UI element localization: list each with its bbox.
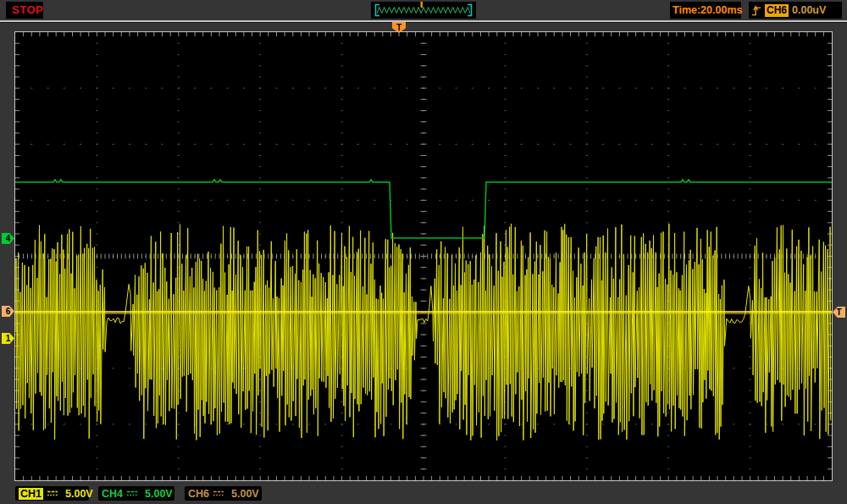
channel-status-bar: CH1 5.00V CH4 5.00V CH6 5.00V	[0, 482, 847, 504]
run-state-label: STOP	[6, 2, 43, 19]
ch6-position-marker[interactable]: 6	[2, 306, 14, 317]
ch6-scale-value: 5.00V	[231, 488, 259, 500]
dc-coupling-icon	[213, 490, 224, 497]
channel-button-ch4[interactable]: CH4 5.00V	[98, 486, 174, 501]
preview-waveform-icon	[371, 2, 476, 19]
topbar-separator	[0, 20, 847, 23]
timebase-label: Time:20.00ms	[670, 2, 741, 19]
trigger-readout[interactable]: CH6 0.00uV	[749, 2, 842, 19]
trigger-level-marker[interactable]: T	[833, 307, 845, 318]
scope-graticule-and-traces	[15, 32, 832, 480]
ch1-label: CH1	[19, 488, 43, 500]
ch4-label: CH4	[102, 488, 123, 500]
dc-coupling-icon	[126, 490, 138, 497]
trigger-level-value: 0.00uV	[792, 4, 826, 16]
timebase-readout[interactable]: Time:20.00ms	[670, 2, 741, 19]
rising-edge-trigger-icon	[751, 3, 761, 18]
waveform-preview[interactable]	[371, 2, 476, 19]
ch4-scale-value: 5.00V	[145, 488, 173, 500]
oscilloscope-screen: STOP Time:20.00ms CH6 0.00uV 4 6 1 T T C…	[0, 0, 847, 504]
dc-coupling-icon	[47, 490, 58, 497]
channel-button-ch1[interactable]: CH1 5.00V	[15, 486, 89, 501]
top-status-bar: STOP Time:20.00ms CH6 0.00uV	[0, 0, 847, 20]
ch1-position-marker[interactable]: 1	[2, 333, 14, 344]
ch1-scale-value: 5.00V	[65, 488, 93, 500]
ch4-position-marker[interactable]: 4	[2, 233, 14, 244]
waveform-display[interactable]	[14, 31, 833, 481]
channel-button-ch6[interactable]: CH6 5.00V	[185, 486, 262, 501]
trigger-source-badge: CH6	[765, 4, 789, 17]
ch6-label: CH6	[188, 488, 209, 500]
run-state-indicator[interactable]: STOP	[6, 2, 43, 19]
